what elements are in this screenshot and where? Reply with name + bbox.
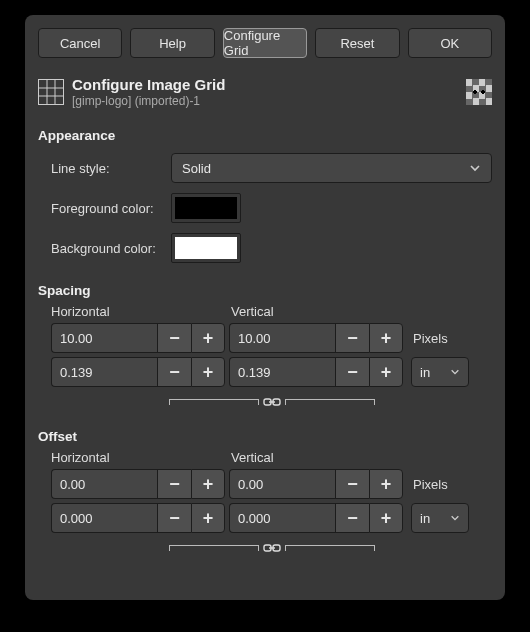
increment-button[interactable]: +: [191, 503, 225, 533]
dialog-title: Configure Image Grid: [72, 76, 466, 94]
foreground-color-button[interactable]: [171, 193, 241, 223]
spacing-v-unit-input[interactable]: 0.139: [229, 357, 335, 387]
offset-h-unit-input[interactable]: 0.000: [51, 503, 157, 533]
offset-h-pixels-input[interactable]: 0.00: [51, 469, 157, 499]
decrement-button[interactable]: −: [335, 503, 369, 533]
offset-v-unit-input[interactable]: 0.000: [229, 503, 335, 533]
offset-pixels-unit: Pixels: [413, 477, 448, 492]
link-line: [285, 399, 375, 405]
dialog-header: Configure Image Grid [gimp-logo] (import…: [38, 76, 492, 108]
increment-button[interactable]: +: [369, 503, 403, 533]
spacing-pixels-unit: Pixels: [413, 331, 448, 346]
chevron-down-icon: [450, 513, 460, 523]
chain-link-icon: [263, 541, 281, 555]
spacing-v-unit-spinner[interactable]: 0.139 − +: [229, 357, 403, 387]
spacing-unit-value: in: [420, 365, 430, 380]
increment-button[interactable]: +: [191, 357, 225, 387]
increment-button[interactable]: +: [191, 469, 225, 499]
link-line: [169, 545, 259, 551]
decrement-button[interactable]: −: [335, 323, 369, 353]
offset-link-hv[interactable]: [51, 541, 492, 555]
spacing-section-title: Spacing: [38, 283, 492, 298]
offset-v-pixels-input[interactable]: 0.00: [229, 469, 335, 499]
configure-grid-button[interactable]: Configure Grid: [223, 28, 307, 58]
increment-button[interactable]: +: [191, 323, 225, 353]
spacing-h-unit-input[interactable]: 0.139: [51, 357, 157, 387]
background-color-label: Background color:: [51, 241, 171, 256]
offset-h-pixels-spinner[interactable]: 0.00 − +: [51, 469, 225, 499]
line-style-label: Line style:: [51, 161, 171, 176]
offset-horizontal-label: Horizontal: [51, 450, 231, 465]
dialog-button-row: Cancel Help Configure Grid Reset OK: [38, 28, 492, 58]
spacing-v-pixels-input[interactable]: 10.00: [229, 323, 335, 353]
decrement-button[interactable]: −: [157, 503, 191, 533]
decrement-button[interactable]: −: [157, 357, 191, 387]
background-color-swatch: [175, 237, 237, 259]
reset-button[interactable]: Reset: [315, 28, 399, 58]
decrement-button[interactable]: −: [335, 357, 369, 387]
spacing-h-unit-spinner[interactable]: 0.139 − +: [51, 357, 225, 387]
chevron-down-icon: [450, 367, 460, 377]
spacing-horizontal-label: Horizontal: [51, 304, 231, 319]
line-style-select[interactable]: Solid: [171, 153, 492, 183]
offset-unit-select[interactable]: in: [411, 503, 469, 533]
link-line: [285, 545, 375, 551]
offset-vertical-label: Vertical: [231, 450, 411, 465]
offset-v-unit-spinner[interactable]: 0.000 − +: [229, 503, 403, 533]
increment-button[interactable]: +: [369, 323, 403, 353]
help-button[interactable]: Help: [130, 28, 214, 58]
offset-v-pixels-spinner[interactable]: 0.00 − +: [229, 469, 403, 499]
chain-link-icon: [263, 395, 281, 409]
image-preview-icon: [466, 79, 492, 105]
line-style-value: Solid: [182, 161, 211, 176]
spacing-vertical-label: Vertical: [231, 304, 411, 319]
chevron-down-icon: [469, 162, 481, 174]
background-color-button[interactable]: [171, 233, 241, 263]
dialog-subtitle: [gimp-logo] (imported)-1: [72, 94, 466, 108]
foreground-color-label: Foreground color:: [51, 201, 171, 216]
foreground-color-swatch: [175, 197, 237, 219]
spacing-link-hv[interactable]: [51, 395, 492, 409]
offset-h-unit-spinner[interactable]: 0.000 − +: [51, 503, 225, 533]
spacing-h-pixels-spinner[interactable]: 10.00 − +: [51, 323, 225, 353]
offset-unit-value: in: [420, 511, 430, 526]
cancel-button[interactable]: Cancel: [38, 28, 122, 58]
spacing-h-pixels-input[interactable]: 10.00: [51, 323, 157, 353]
increment-button[interactable]: +: [369, 469, 403, 499]
appearance-section-title: Appearance: [38, 128, 492, 143]
decrement-button[interactable]: −: [157, 469, 191, 499]
offset-section-title: Offset: [38, 429, 492, 444]
decrement-button[interactable]: −: [157, 323, 191, 353]
spacing-v-pixels-spinner[interactable]: 10.00 − +: [229, 323, 403, 353]
svg-rect-0: [39, 80, 64, 105]
configure-grid-dialog: Cancel Help Configure Grid Reset OK Conf…: [25, 15, 505, 600]
decrement-button[interactable]: −: [335, 469, 369, 499]
ok-button[interactable]: OK: [408, 28, 492, 58]
increment-button[interactable]: +: [369, 357, 403, 387]
link-line: [169, 399, 259, 405]
grid-icon: [38, 79, 64, 105]
spacing-unit-select[interactable]: in: [411, 357, 469, 387]
